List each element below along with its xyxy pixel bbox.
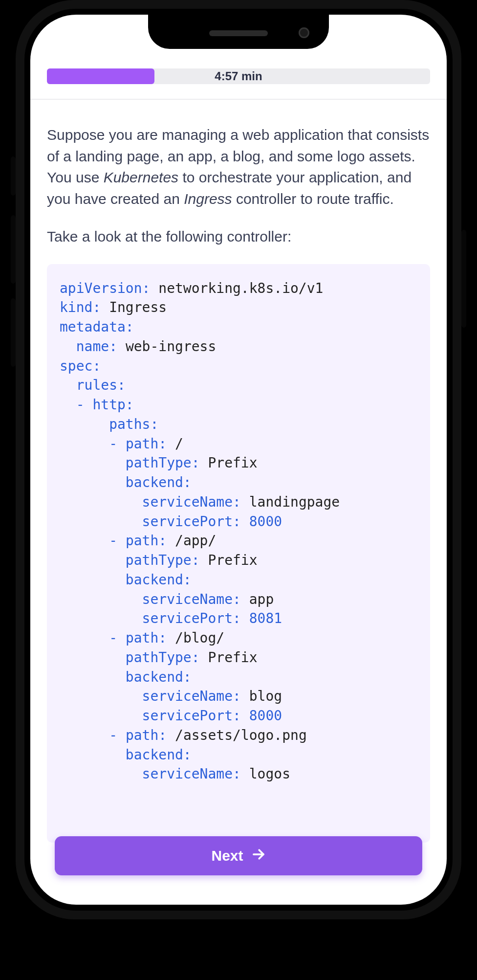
next-button[interactable]: Next — [55, 836, 422, 875]
question-lead-in: Take a look at the following controller: — [47, 226, 430, 247]
progress-time-label: 4:57 min — [47, 68, 430, 84]
device-notch — [148, 15, 329, 49]
next-button-label: Next — [211, 847, 243, 864]
intro-text-c: controller to route traffic. — [232, 191, 394, 207]
intro-em-kubernetes: Kubernetes — [104, 169, 178, 185]
arrow-right-icon — [251, 847, 266, 865]
question-intro-paragraph: Suppose you are managing a web applicati… — [47, 124, 430, 209]
yaml-code-block: apiVersion: networking.k8s.io/v1 kind: I… — [47, 264, 430, 843]
progress-bar[interactable]: 4:57 min — [47, 68, 430, 84]
intro-em-ingress: Ingress — [184, 191, 232, 207]
screen: 4:57 min Suppose you are managing a web … — [30, 15, 447, 905]
phone-frame: 4:57 min Suppose you are managing a web … — [16, 0, 461, 919]
